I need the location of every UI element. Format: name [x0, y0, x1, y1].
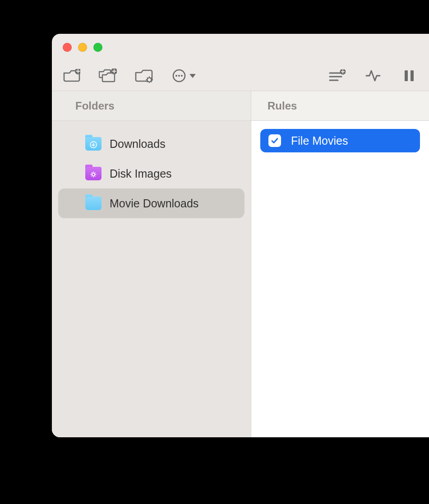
- folders-header: Folders: [52, 91, 251, 121]
- folder-blue-icon: [85, 197, 101, 210]
- folder-item-movie-downloads[interactable]: Movie Downloads: [58, 188, 244, 218]
- activity-icon: [365, 69, 381, 82]
- rule-item-file-movies[interactable]: File Movies: [260, 129, 420, 152]
- pause-button[interactable]: [400, 67, 418, 85]
- rules-column: Rules File Movies: [251, 91, 429, 437]
- rules-header: Rules: [251, 91, 429, 121]
- folder-gear-purple-icon: [85, 167, 101, 180]
- folders-column: Folders Downloads: [52, 91, 251, 437]
- pause-icon: [404, 69, 415, 82]
- ellipsis-circle-icon: [172, 69, 186, 82]
- add-folder-button[interactable]: [63, 67, 81, 85]
- app-window: Folders Downloads: [52, 34, 429, 437]
- titlebar: [52, 34, 429, 61]
- svg-point-5: [178, 75, 180, 77]
- svg-point-6: [181, 75, 183, 77]
- folder-downloads-icon: [85, 137, 101, 151]
- window-minimize-button[interactable]: [78, 43, 87, 52]
- folders-list: Downloads: [52, 121, 251, 437]
- rule-item-label: File Movies: [291, 134, 348, 147]
- folder-item-label: Downloads: [110, 137, 166, 151]
- folder-plus-icon: [63, 69, 80, 82]
- rule-enabled-checkbox[interactable]: [268, 134, 281, 147]
- folder-item-label: Disk Images: [110, 167, 172, 180]
- folder-settings-button[interactable]: [135, 67, 153, 85]
- activity-button[interactable]: [364, 67, 382, 85]
- svg-rect-9: [411, 70, 414, 81]
- chevron-down-icon: [189, 74, 196, 78]
- folder-item-label: Movie Downloads: [110, 197, 198, 210]
- folder-item-disk-images[interactable]: Disk Images: [58, 159, 244, 188]
- toolbar: [52, 61, 429, 91]
- nested-folder-plus-icon: [99, 69, 117, 83]
- window-close-button[interactable]: [63, 43, 72, 52]
- list-plus-icon: [328, 69, 346, 82]
- main-columns: Folders Downloads: [52, 91, 429, 437]
- checkmark-icon: [271, 137, 279, 145]
- rules-list: File Movies: [251, 121, 429, 437]
- folder-item-downloads[interactable]: Downloads: [58, 129, 244, 159]
- rules-header-label: Rules: [268, 100, 297, 112]
- window-zoom-button[interactable]: [93, 43, 102, 52]
- more-menu-button[interactable]: [171, 67, 197, 85]
- add-smart-folder-button[interactable]: [99, 67, 117, 85]
- folders-header-label: Folders: [75, 100, 115, 112]
- add-rule-button[interactable]: [328, 67, 346, 85]
- svg-point-4: [175, 75, 177, 77]
- svg-point-11: [92, 173, 95, 176]
- svg-rect-8: [405, 70, 408, 81]
- folder-gear-icon: [135, 69, 153, 83]
